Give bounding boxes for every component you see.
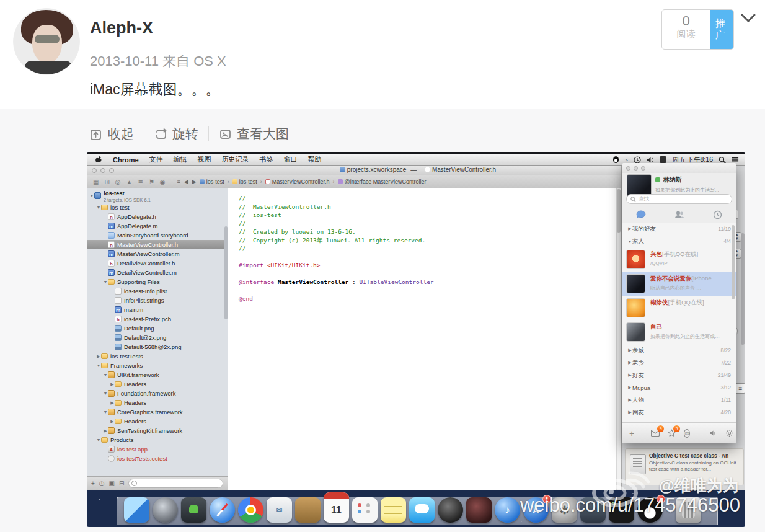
navigator-row[interactable]: ▶Headers	[87, 417, 228, 426]
view-large-button[interactable]: 查看大图	[219, 125, 289, 143]
qzone-button[interactable]: @	[684, 429, 690, 438]
avatar[interactable]	[13, 8, 80, 75]
qq-contact-row[interactable]: 兴包[手机QQ在线]/QQVIP	[622, 247, 736, 272]
disclosure-triangle[interactable]: ▼	[103, 389, 108, 398]
menubar-menu-item[interactable]: 书签	[260, 155, 273, 164]
tab-recent[interactable]	[698, 206, 736, 223]
qq-contact-row[interactable]: 爱你不会说爱你[iPhone…听从自己内心的声音 …	[622, 272, 736, 296]
qq-search-field[interactable]: 查找	[626, 194, 732, 204]
promote-button[interactable]: 推广	[710, 10, 733, 49]
dock-icon-launchpad[interactable]	[153, 497, 178, 523]
navigator-row[interactable]: Aios-test.app	[87, 445, 228, 454]
utilities-scrollbar[interactable]	[741, 233, 745, 345]
menubar-menu-item[interactable]: 窗口	[284, 155, 298, 164]
navigator-row[interactable]: mmain.m	[87, 305, 228, 314]
navigator-selector-icon[interactable]: ≣	[138, 179, 143, 185]
minimize-window-button[interactable]	[634, 166, 638, 171]
navigator-row[interactable]: hDetailViewController.h	[87, 259, 228, 268]
code-editor[interactable]: //// MasterViewController.h// ios-test//…	[228, 188, 621, 490]
menubar-menu-item[interactable]: 视图	[198, 155, 211, 164]
dock-icon-android-tool[interactable]	[181, 497, 206, 523]
navigator-row[interactable]: ios-test-Info.plist	[87, 286, 228, 296]
navigator-row[interactable]: MainStoryboard.storyboard	[87, 231, 228, 240]
qq-contact-row[interactable]: 糊涂侠[手机QQ在线]	[622, 296, 736, 320]
author-name[interactable]: Aleph-X	[90, 19, 153, 38]
bottom-bar-button[interactable]: ◷	[99, 480, 105, 487]
disclosure-triangle[interactable]: ▶	[627, 385, 632, 390]
tab-conversations[interactable]	[622, 206, 660, 223]
disclosure-triangle[interactable]: ▶	[627, 348, 632, 353]
disclosure-triangle[interactable]: ▶	[627, 360, 632, 365]
qq-group-row[interactable]: ▶网友4/20	[622, 406, 736, 419]
navigator-selector-icon[interactable]: ⊞	[104, 179, 109, 185]
volume-menu-icon[interactable]	[647, 156, 654, 164]
qq-user-name[interactable]: 林纳斯	[663, 175, 682, 184]
breadcrumb-item[interactable]: ios-test	[232, 179, 257, 185]
navigator-scrollbar[interactable]	[224, 226, 228, 319]
navigator-row[interactable]: hMasterViewController.h	[87, 240, 228, 249]
navigator-selector-icon[interactable]: ◉	[160, 179, 166, 185]
jump-bar-control[interactable]: ≡	[177, 179, 180, 185]
disclosure-triangle[interactable]: ▶	[627, 410, 632, 415]
favorites-button[interactable]: 5	[668, 429, 676, 438]
navigator-row[interactable]: Default.png	[87, 324, 228, 333]
disclosure-triangle[interactable]: ▶	[96, 352, 101, 361]
navigator-selector-icon[interactable]: ▦	[93, 179, 99, 185]
disclosure-triangle[interactable]: ▼	[103, 277, 108, 286]
clock-menu-icon[interactable]	[634, 156, 641, 164]
jump-controls[interactable]: ≡◀▶	[177, 179, 197, 185]
breadcrumb-item[interactable]: @interface MasterViewController	[338, 179, 427, 185]
bottom-bar-button[interactable]: +	[91, 480, 95, 487]
qq-group-row[interactable]: ▶老乡7/22	[622, 357, 736, 369]
menubar-menu-item[interactable]: 文件	[149, 155, 163, 164]
list-view-icon[interactable]: ≣	[735, 384, 745, 393]
filter-field[interactable]	[128, 479, 223, 488]
qq-group-row[interactable]: ▶亲威8/22	[622, 344, 736, 357]
qq-group-row[interactable]: ▶好友21/49	[622, 369, 736, 381]
navigator-row[interactable]: ▼Supporting Files	[87, 277, 228, 286]
apple-menu-icon[interactable]	[95, 156, 102, 164]
disclosure-triangle[interactable]: ▼	[96, 361, 101, 370]
dock-icon-contacts[interactable]	[295, 497, 321, 523]
dock-icon-calendar[interactable]: 11	[324, 492, 349, 523]
editor-scroll-thumb[interactable]	[617, 189, 621, 233]
navigator-row[interactable]: Default@2x.png	[87, 333, 228, 342]
qq-group-row[interactable]: ▶我的好友11/19	[622, 223, 736, 235]
dock-icon-finder[interactable]	[124, 497, 149, 523]
zoom-window-button[interactable]	[641, 166, 645, 171]
menubar-menu-item[interactable]: 历史记录	[222, 155, 249, 164]
navigator-row[interactable]: hios-test-Prefix.pch	[87, 314, 228, 324]
disclosure-triangle[interactable]: ▶	[110, 417, 115, 426]
collapse-button[interactable]: 收起	[90, 125, 134, 143]
project-navigator[interactable]: ▼ios-test2 targets, iOS SDK 6.1▼ios-test…	[87, 188, 229, 476]
navigator-row[interactable]: ios-testTests.octest	[87, 454, 228, 463]
navigator-row[interactable]: ▼UIKit.framework	[87, 370, 228, 379]
disclosure-triangle[interactable]: ▼	[89, 191, 94, 200]
disclosure-triangle[interactable]: ▶	[627, 397, 632, 402]
qq-group-row[interactable]: ▶人物1/11	[622, 394, 736, 406]
dock-icon-photo-booth[interactable]	[438, 497, 463, 523]
jump-bar-control[interactable]: ◀	[184, 179, 188, 185]
disclosure-triangle[interactable]: ▼	[96, 203, 101, 212]
dock-icon-messages[interactable]	[409, 497, 435, 523]
close-window-button[interactable]	[626, 166, 630, 171]
bottom-bar-button[interactable]: ⊟	[119, 480, 124, 487]
breadcrumb-item[interactable]: ios-test	[200, 179, 224, 185]
navigator-row[interactable]: mMasterViewController.m	[87, 249, 228, 259]
dock-icon-chrome[interactable]	[238, 497, 263, 523]
navigator-row[interactable]: Default-568h@2x.png	[87, 342, 228, 352]
rotate-button[interactable]: 旋转	[154, 125, 198, 143]
navigator-selector-icon[interactable]: ◎	[115, 179, 121, 185]
navigator-row[interactable]: ▼Foundation.framework	[87, 389, 228, 398]
navigator-row[interactable]: ▼Frameworks	[87, 361, 228, 370]
navigator-row[interactable]: ▶Headers	[87, 398, 228, 407]
bottom-bar-button[interactable]: ▣	[109, 480, 115, 487]
disclosure-triangle[interactable]: ▶	[110, 398, 115, 407]
qq-group-row[interactable]: ▼家人4/4	[622, 235, 736, 247]
input-method-icon[interactable]	[660, 156, 667, 164]
navigator-row[interactable]: ▼ios-test2 targets, iOS SDK 6.1	[87, 188, 228, 203]
notification-center-icon[interactable]	[732, 156, 739, 164]
menubar-menu-item[interactable]: 帮助	[308, 155, 322, 164]
qq-menubar-icon[interactable]	[612, 156, 620, 164]
breadcrumb-item[interactable]: MasterViewController.h	[265, 179, 330, 185]
